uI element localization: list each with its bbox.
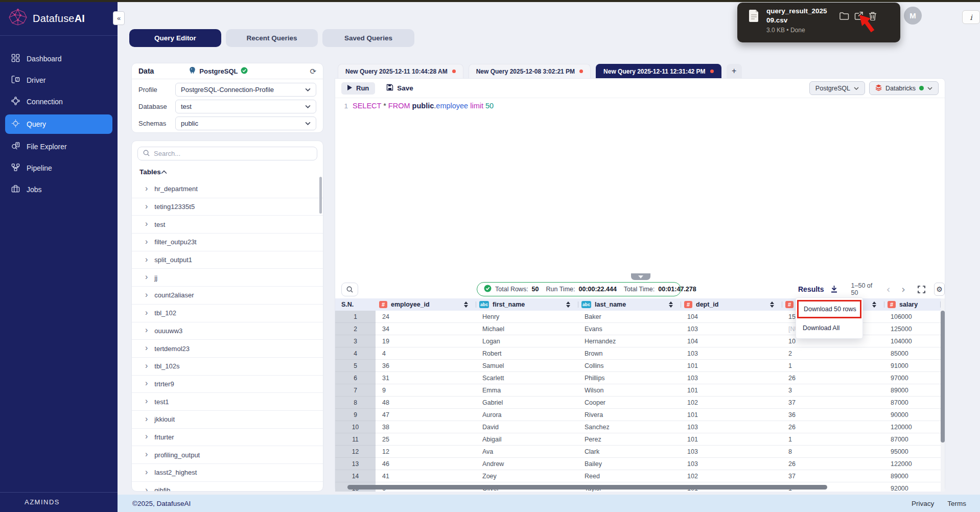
table-item-lasst2_highest[interactable]: ›lasst2_highest (132, 464, 323, 482)
sidebar-item-dashboard[interactable]: Dashboard (0, 48, 118, 69)
table-item-profiling_output[interactable]: ›profiling_output (132, 446, 323, 464)
collapse-tables-icon[interactable] (161, 167, 167, 176)
type-badge-number: # (785, 301, 794, 308)
tab-recent-queries[interactable]: Recent Queries (226, 29, 318, 47)
save-icon (386, 84, 393, 92)
table-name: lasst2_highest (154, 469, 197, 476)
next-page-icon[interactable]: › (901, 285, 905, 294)
table-cell: 24 (376, 311, 476, 323)
table-cell: Robert (476, 347, 578, 360)
table-row[interactable]: 44RobertBrown103285000 (335, 347, 941, 360)
table-item-trtrter9[interactable]: ›trtrter9 (132, 376, 323, 393)
results-search-button[interactable] (341, 283, 358, 296)
row-number-cell: 1 (335, 311, 376, 323)
column-header-dept_id[interactable]: # dept_id (681, 298, 782, 311)
table-item-tertdemol23[interactable]: ›tertdemol23 (132, 340, 323, 358)
tables-section-title: Tables (139, 168, 161, 176)
sort-icon[interactable] (464, 301, 468, 308)
download-menu-item-all[interactable]: Download All (796, 320, 862, 336)
query-tab[interactable]: New Query 2025-12-11 10:44:28 AM (338, 64, 463, 78)
engine-select-postgresql[interactable]: PostgreSQL (809, 81, 865, 95)
schemas-select[interactable]: public (175, 117, 316, 130)
column-header-employee_id[interactable]: # employee_id (376, 298, 476, 311)
table-item-frturter[interactable]: ›frturter (132, 429, 323, 447)
sort-icon[interactable] (669, 301, 673, 308)
sidebar-item-label: Connection (27, 98, 63, 106)
table-vertical-scrollbar[interactable] (941, 311, 945, 443)
query-tab[interactable]: New Query 2025-12-08 3:02:21 PM (469, 64, 591, 78)
table-item-jj[interactable]: ›jj (132, 269, 323, 287)
refresh-icon[interactable]: ⟳ (310, 67, 316, 75)
search-input[interactable] (154, 150, 312, 157)
table-item-ouuuww3[interactable]: ›ouuuww3 (132, 322, 323, 340)
column-header-last_name[interactable]: abc last_name (578, 298, 681, 311)
sidebar-item-driver[interactable]: Driver (0, 69, 118, 91)
table-horizontal-scrollbar[interactable] (347, 485, 827, 490)
sidebar-item-query[interactable]: Query (5, 114, 112, 134)
table-row[interactable]: 1441ZoeyReed1023789000 (335, 470, 941, 482)
footer-link-privacy[interactable]: Privacy (912, 500, 934, 507)
table-row[interactable]: 536SamuelCollins101191000 (335, 360, 941, 372)
download-results-icon[interactable] (830, 285, 838, 293)
info-button[interactable]: i (962, 10, 980, 24)
column-header-salary[interactable]: # salary (884, 298, 941, 311)
table-name: tbl_102 (154, 309, 176, 317)
table-row[interactable]: 1038DavidSanchez10326120000 (335, 421, 941, 433)
fullscreen-icon[interactable] (918, 286, 925, 293)
table-item-tbl_102[interactable]: ›tbl_102 (132, 305, 323, 322)
chevron-right-icon: › (145, 202, 148, 211)
new-query-tab-button[interactable]: + (727, 64, 742, 78)
run-button[interactable]: Run (341, 82, 375, 95)
sort-icon[interactable] (770, 301, 774, 308)
profile-select[interactable]: PostgreSQL-Connection-Profile (175, 83, 316, 97)
table-item-filter_outpu23t[interactable]: ›filter_outpu23t (132, 234, 323, 251)
table-item-jkkiouit[interactable]: ›jkkiouit (132, 411, 323, 429)
sidebar-collapse-button[interactable]: « (113, 11, 125, 25)
user-avatar[interactable]: M (904, 7, 922, 25)
table-item-tbl_102s[interactable]: ›tbl_102s (132, 358, 323, 376)
settings-gear-button[interactable]: ⚙ (934, 283, 945, 296)
sort-icon[interactable] (566, 301, 570, 308)
table-item-count2aliaser[interactable]: ›count2aliaser (132, 287, 323, 305)
query-tab[interactable]: New Query 2025-12-11 12:31:42 PM (596, 64, 721, 78)
prev-page-icon[interactable]: ‹ (886, 285, 891, 294)
table-item-gjhfjh[interactable]: ›gjhfjh (132, 482, 323, 492)
footer-link-terms[interactable]: Terms (947, 500, 966, 507)
tables-search[interactable] (137, 147, 317, 160)
download-menu-item-rows[interactable]: Download 50 rows (797, 300, 861, 318)
table-name: test (154, 221, 165, 228)
open-folder-icon[interactable] (839, 12, 849, 20)
row-number-cell: 2 (335, 323, 376, 335)
database-select[interactable]: test (175, 100, 316, 113)
sidebar-item-connection[interactable]: Connection (0, 91, 118, 112)
table-row[interactable]: 1346AndrewBailey10326122000 (335, 458, 941, 470)
window-top-edge (0, 0, 980, 2)
tab-query-editor[interactable]: Query Editor (129, 29, 221, 47)
sql-editor[interactable]: 1 SELECT * FROM public.employee limit 50 (335, 98, 945, 110)
table-row[interactable]: 79EmmaWilson101389000 (335, 384, 941, 397)
engine-select-databricks[interactable]: Databricks (869, 81, 939, 95)
table-name: jkkiouit (154, 415, 175, 423)
table-row[interactable]: 947AuroraRivera1013690000 (335, 409, 941, 421)
table-row[interactable]: 1212AvaClark103895000 (335, 446, 941, 458)
sidebar-item-pipeline[interactable]: Pipeline (0, 157, 118, 179)
column-name: dept_id (696, 301, 718, 308)
table-item-split_output1[interactable]: ›split_output1 (132, 251, 323, 269)
row-number-cell: 8 (335, 397, 376, 409)
table-item-hr_department[interactable]: ›hr_department (132, 180, 323, 198)
sort-icon[interactable] (872, 301, 876, 308)
column-header-first_name[interactable]: abc first_name (476, 298, 578, 311)
table-item-teting12335t5[interactable]: ›teting12335t5 (132, 198, 323, 216)
table-row[interactable]: 631ScarlettPhillips1032697000 (335, 372, 941, 384)
pane-splitter-handle[interactable] (631, 273, 650, 280)
table-item-test1[interactable]: ›test1 (132, 393, 323, 411)
table-row[interactable]: 848GabrielCooper1023787000 (335, 397, 941, 409)
success-check-icon (484, 285, 492, 294)
tab-saved-queries[interactable]: Saved Queries (322, 29, 414, 47)
save-button[interactable]: Save (386, 84, 413, 92)
table-row[interactable]: 1125AbigailPerez101187000 (335, 433, 941, 446)
tables-scrollbar[interactable] (319, 177, 322, 214)
sidebar-item-file-explorer[interactable]: File Explorer (0, 136, 118, 157)
sidebar-item-jobs[interactable]: Jobs (0, 179, 118, 200)
table-item-test[interactable]: ›test (132, 216, 323, 234)
